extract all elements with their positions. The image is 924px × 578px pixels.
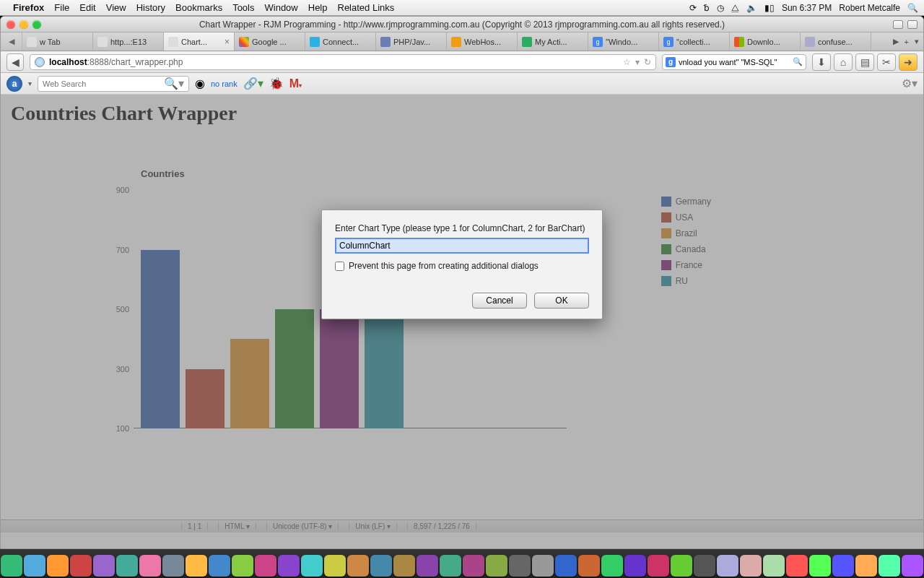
dock-app-icon[interactable] <box>324 555 346 577</box>
dock-app-icon[interactable] <box>694 555 715 577</box>
dock-app-icon[interactable] <box>855 555 877 577</box>
menu-tools[interactable]: Tools <box>232 2 254 13</box>
dock-app-icon[interactable] <box>486 555 507 577</box>
screenshot-button[interactable]: ✂ <box>877 53 896 71</box>
dialog-input[interactable] <box>335 238 589 254</box>
tab-php[interactable]: PHP/Jav... <box>376 33 447 51</box>
search-bar[interactable]: g 🔍 <box>662 54 806 70</box>
menu-history[interactable]: History <box>136 2 165 13</box>
time-sync-icon[interactable]: ◷ <box>717 3 724 13</box>
new-tab-button[interactable]: + <box>905 38 909 46</box>
extension-button[interactable]: ➜ <box>899 53 918 71</box>
dock-app-icon[interactable] <box>162 555 184 577</box>
dropbox-icon[interactable]: ⟳ <box>689 3 697 13</box>
dock-app-icon[interactable] <box>902 555 923 577</box>
tab-connect[interactable]: Connect... <box>305 33 376 51</box>
toolbar-toggle-button[interactable] <box>893 20 903 29</box>
app-menu[interactable]: Firefox <box>13 2 44 13</box>
home-button[interactable]: ⌂ <box>834 53 853 71</box>
dock-app-icon[interactable] <box>301 555 323 577</box>
tab-downlo[interactable]: Downlo... <box>730 33 801 51</box>
dialog-suppress-row[interactable]: Prevent this page from creating addition… <box>335 261 589 271</box>
window-titlebar[interactable]: Chart Wrapper - RJM Programming - http:/… <box>1 17 923 33</box>
dock-app-icon[interactable] <box>717 555 738 577</box>
zoom-window-button[interactable] <box>32 20 41 29</box>
web-search-box[interactable]: 🔍▾ <box>38 76 189 92</box>
close-window-button[interactable] <box>6 20 15 29</box>
bluetooth-icon[interactable]: ␢ <box>704 3 710 13</box>
search-go-icon[interactable]: 🔍 <box>793 57 803 66</box>
ask-dropdown-icon[interactable]: ▾ <box>28 79 32 87</box>
dock-app-icon[interactable] <box>601 555 623 577</box>
volume-icon[interactable]: 🔈 <box>746 3 757 13</box>
menu-window[interactable]: Window <box>265 2 298 13</box>
clock[interactable]: Sun 6:37 PM <box>782 3 832 13</box>
dock-app-icon[interactable] <box>370 555 392 577</box>
tab-http[interactable]: http...:E13 <box>93 33 164 51</box>
bug-icon[interactable]: 🐞 <box>269 77 284 90</box>
link-icon[interactable]: 🔗▾ <box>243 77 263 90</box>
dialog-cancel-button[interactable]: Cancel <box>472 293 527 309</box>
dock-app-icon[interactable] <box>393 555 415 577</box>
dock-app-icon[interactable] <box>116 555 138 577</box>
tab-confuse[interactable]: confuse... <box>801 33 871 51</box>
dock-app-icon[interactable] <box>671 555 692 577</box>
dock-app-icon[interactable] <box>417 555 438 577</box>
menu-view[interactable]: View <box>106 2 126 13</box>
dialog-ok-button[interactable]: OK <box>534 293 589 309</box>
minimize-window-button[interactable] <box>19 20 28 29</box>
dock-app-icon[interactable] <box>47 555 69 577</box>
dock-app-icon[interactable] <box>763 555 785 577</box>
dropdown-icon[interactable]: ▾ <box>635 57 640 67</box>
menu-help[interactable]: Help <box>308 2 328 13</box>
dock-app-icon[interactable] <box>186 555 207 577</box>
tab-list-button[interactable]: ▾ <box>915 37 919 46</box>
wifi-icon[interactable]: ⧋ <box>731 3 739 13</box>
dock-app-icon[interactable] <box>648 555 669 577</box>
search-input[interactable] <box>679 58 793 66</box>
address-bar[interactable]: localhost:8888/chart_wrapper.php ☆ ▾ ↻ <box>30 54 656 70</box>
tab-webhost[interactable]: WebHos... <box>447 33 518 51</box>
menu-file[interactable]: File <box>54 2 69 13</box>
tab-chart-active[interactable]: Chart...× <box>164 33 235 51</box>
dock-app-icon[interactable] <box>255 555 276 577</box>
battery-icon[interactable]: ▮▯ <box>764 3 775 13</box>
web-search-input[interactable] <box>43 79 164 88</box>
tab-new[interactable]: w Tab <box>22 33 93 51</box>
fullscreen-button[interactable] <box>907 20 918 29</box>
dock-app-icon[interactable] <box>1 555 22 577</box>
spotlight-icon[interactable]: 🔍 <box>907 3 918 13</box>
close-tab-icon[interactable]: × <box>225 37 230 47</box>
tab-google[interactable]: Google ... <box>235 33 305 51</box>
dock-app-icon[interactable] <box>209 555 230 577</box>
menu-bookmarks[interactable]: Bookmarks <box>175 2 222 13</box>
back-button[interactable]: ◀ <box>6 53 24 71</box>
tab-windo[interactable]: g"Windo... <box>588 33 659 51</box>
menu-edit[interactable]: Edit <box>79 2 95 13</box>
dock-app-icon[interactable] <box>578 555 600 577</box>
dock-app-icon[interactable] <box>786 555 808 577</box>
tab-collecti[interactable]: g"collecti... <box>659 33 730 51</box>
search-engine-icon[interactable]: g <box>666 57 676 67</box>
dock-app-icon[interactable] <box>278 555 300 577</box>
ask-toolbar-icon[interactable]: a <box>6 76 22 92</box>
dock-app-icon[interactable] <box>532 555 554 577</box>
dock-app-icon[interactable] <box>879 555 900 577</box>
dock-app-icon[interactable] <box>624 555 646 577</box>
dialog-suppress-checkbox[interactable] <box>335 262 344 271</box>
dock-app-icon[interactable] <box>232 555 253 577</box>
menu-related-links[interactable]: Related Links <box>338 2 395 13</box>
user-name[interactable]: Robert Metcalfe <box>839 3 900 13</box>
tab-scroll-right[interactable]: ▶ <box>893 37 899 46</box>
dock-app-icon[interactable] <box>440 555 461 577</box>
dock-app-icon[interactable] <box>509 555 531 577</box>
dock-app-icon[interactable] <box>70 555 92 577</box>
dock-app-icon[interactable] <box>93 555 115 577</box>
gmail-icon[interactable]: M▾ <box>289 77 302 90</box>
dock-app-icon[interactable] <box>832 555 854 577</box>
bookmarks-button[interactable]: ▤ <box>855 53 874 71</box>
dock-app-icon[interactable] <box>347 555 369 577</box>
pagerank-icon[interactable]: ◉ <box>195 77 205 90</box>
reload-icon[interactable]: ↻ <box>644 57 651 67</box>
dock-app-icon[interactable] <box>24 555 45 577</box>
